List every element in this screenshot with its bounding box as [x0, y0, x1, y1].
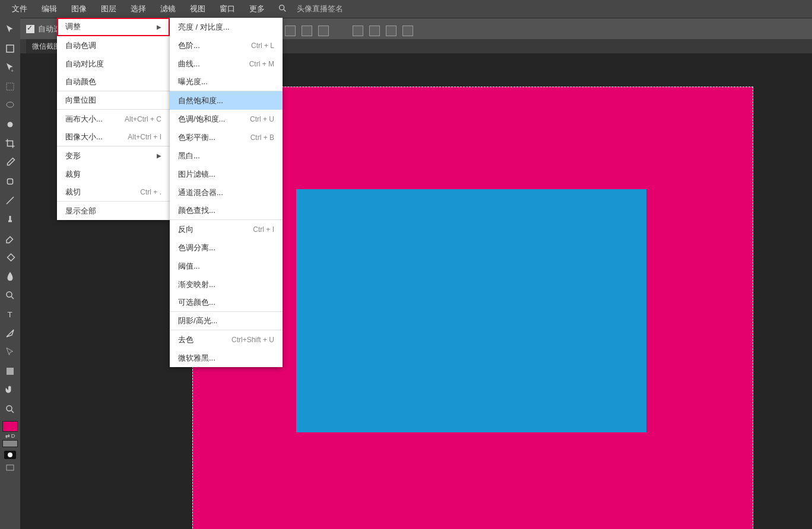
- menu-item[interactable]: 通道混合器...: [170, 183, 283, 202]
- svg-rect-7: [8, 179, 13, 184]
- pen-tool-icon[interactable]: [1, 324, 19, 342]
- distribute-icon[interactable]: [386, 26, 397, 36]
- menu-item[interactable]: 向量位图: [57, 91, 170, 110]
- menu-item-shortcut: Ctrl + M: [249, 60, 274, 68]
- distribute-icon[interactable]: [369, 26, 380, 36]
- type-tool-icon[interactable]: T: [1, 305, 19, 323]
- stamp-tool-icon[interactable]: [1, 211, 19, 228]
- menu-item[interactable]: 图像大小...Alt+Ctrl + I: [57, 128, 170, 146]
- menu-item-shortcut: Ctrl + B: [250, 133, 274, 142]
- eraser-tool-icon[interactable]: [1, 230, 19, 247]
- menu-item[interactable]: 色彩平衡...Ctrl + B: [170, 128, 283, 146]
- menu-item[interactable]: 色调分离...: [170, 238, 283, 257]
- screenmode-icon[interactable]: [1, 460, 19, 477]
- image-menu-dropdown: 调整▶自动色调自动对比度自动颜色向量位图画布大小...Alt+Ctrl + C图…: [57, 18, 170, 220]
- blur-tool-icon[interactable]: [1, 267, 19, 285]
- bucket-tool-icon[interactable]: [1, 248, 19, 266]
- menu-layer[interactable]: 图层: [94, 0, 123, 18]
- menu-item[interactable]: 自动色调: [57, 36, 170, 55]
- menu-item[interactable]: 亮度 / 对比度...: [170, 18, 283, 36]
- swap-default-icons[interactable]: ⇄D: [5, 433, 15, 439]
- menu-item-shortcut: Ctrl + L: [251, 42, 274, 50]
- autoselect-checkbox[interactable]: [26, 25, 34, 33]
- eyedropper-tool-icon[interactable]: [1, 154, 19, 171]
- menu-item[interactable]: 曝光度...: [170, 73, 283, 91]
- menu-item-label: 微软雅黑...: [178, 353, 215, 364]
- menu-item-label: 黑白...: [178, 151, 200, 161]
- menu-item-label: 画布大小...: [65, 114, 103, 125]
- background-color-swatch[interactable]: [2, 440, 18, 447]
- marquee-tool-icon[interactable]: [1, 78, 19, 95]
- menu-item-label: 去色: [178, 334, 194, 345]
- menu-item[interactable]: 显示全部: [57, 202, 170, 220]
- align-icon[interactable]: [318, 26, 329, 36]
- align-icon[interactable]: [302, 26, 312, 36]
- menu-item-label: 色调分离...: [178, 243, 215, 253]
- menu-item[interactable]: 自动颜色: [57, 73, 170, 91]
- path-select-icon[interactable]: [1, 343, 19, 361]
- svg-line-1: [284, 9, 286, 11]
- menu-item[interactable]: 阴影/高光...: [170, 312, 283, 330]
- menu-item[interactable]: 曲线...Ctrl + M: [170, 55, 283, 73]
- menu-image[interactable]: 图像: [64, 0, 94, 18]
- menu-item[interactable]: 渐变映射...: [170, 275, 283, 294]
- menu-item[interactable]: 色阶...Ctrl + L: [170, 36, 283, 55]
- lasso-tool-icon[interactable]: [1, 97, 19, 114]
- distribute-icon[interactable]: [402, 26, 413, 36]
- brush-tool-icon[interactable]: [1, 192, 19, 209]
- menu-item[interactable]: 变形▶: [57, 146, 170, 165]
- menu-item-shortcut: Ctrl + U: [250, 115, 274, 123]
- menu-item-label: 自动色调: [65, 40, 96, 51]
- heal-tool-icon[interactable]: [1, 173, 19, 190]
- menu-window[interactable]: 窗口: [212, 0, 242, 18]
- move-tool-icon[interactable]: [1, 21, 19, 39]
- hand-tool-icon[interactable]: [1, 381, 19, 399]
- menu-filter[interactable]: 滤镜: [153, 0, 183, 18]
- menu-edit[interactable]: 编辑: [34, 0, 64, 18]
- menu-item[interactable]: 图片滤镜...: [170, 165, 283, 183]
- menu-item-label: 阈值...: [178, 261, 200, 272]
- svg-point-0: [280, 5, 284, 9]
- menu-item[interactable]: 自然饱和度...: [170, 91, 283, 110]
- menu-item-label: 自动对比度: [65, 59, 104, 69]
- menu-item[interactable]: 微软雅黑...: [170, 349, 283, 367]
- svg-point-5: [7, 102, 14, 107]
- menu-view[interactable]: 视图: [183, 0, 212, 18]
- branding-text: 头像直播签名: [297, 4, 343, 14]
- adjustments-submenu: 亮度 / 对比度...色阶...Ctrl + L曲线...Ctrl + M曝光度…: [170, 18, 283, 367]
- menu-item-label: 渐变映射...: [178, 279, 215, 290]
- menu-item[interactable]: 画布大小...Alt+Ctrl + C: [57, 110, 170, 128]
- menu-item[interactable]: 黑白...: [170, 146, 283, 165]
- quickselect-tool-icon[interactable]: [1, 116, 19, 133]
- menu-item[interactable]: 去色Ctrl+Shift + U: [170, 330, 283, 349]
- menu-item[interactable]: 颜色查找...: [170, 202, 283, 220]
- menu-item-label: 裁切: [65, 187, 81, 197]
- menu-item[interactable]: 阈值...: [170, 257, 283, 275]
- menu-item-label: 自然饱和度...: [178, 95, 223, 106]
- menu-item-label: 自动颜色: [65, 77, 96, 87]
- align-icon[interactable]: [285, 26, 296, 36]
- shape-tool-icon[interactable]: [1, 362, 19, 380]
- crop-tool-icon[interactable]: [1, 135, 19, 152]
- menu-item-label: 色阶...: [178, 40, 200, 51]
- zoom-tool-icon[interactable]: [1, 400, 19, 418]
- direct-select-icon[interactable]: +: [1, 59, 19, 77]
- menu-item[interactable]: 色调/饱和度...Ctrl + U: [170, 110, 283, 128]
- menu-item[interactable]: 可选颜色...: [170, 294, 283, 312]
- menu-item[interactable]: 调整▶: [57, 18, 170, 36]
- menu-item[interactable]: 裁切Ctrl + .: [57, 183, 170, 202]
- distribute-icon[interactable]: [353, 26, 363, 36]
- menu-item[interactable]: 裁剪: [57, 165, 170, 183]
- menu-select[interactable]: 选择: [123, 0, 153, 18]
- dodge-tool-icon[interactable]: [1, 286, 19, 304]
- search-icon[interactable]: [278, 4, 287, 15]
- menu-file[interactable]: 文件: [5, 0, 34, 18]
- menu-item[interactable]: 自动对比度: [57, 55, 170, 73]
- quickmask-icon[interactable]: [4, 451, 16, 459]
- svg-rect-2: [7, 45, 14, 52]
- svg-point-12: [7, 406, 12, 411]
- menu-more[interactable]: 更多: [242, 0, 272, 18]
- menu-item[interactable]: 反向Ctrl + I: [170, 220, 283, 238]
- foreground-color-swatch[interactable]: [2, 421, 18, 432]
- artboard-tool-icon[interactable]: [1, 40, 19, 58]
